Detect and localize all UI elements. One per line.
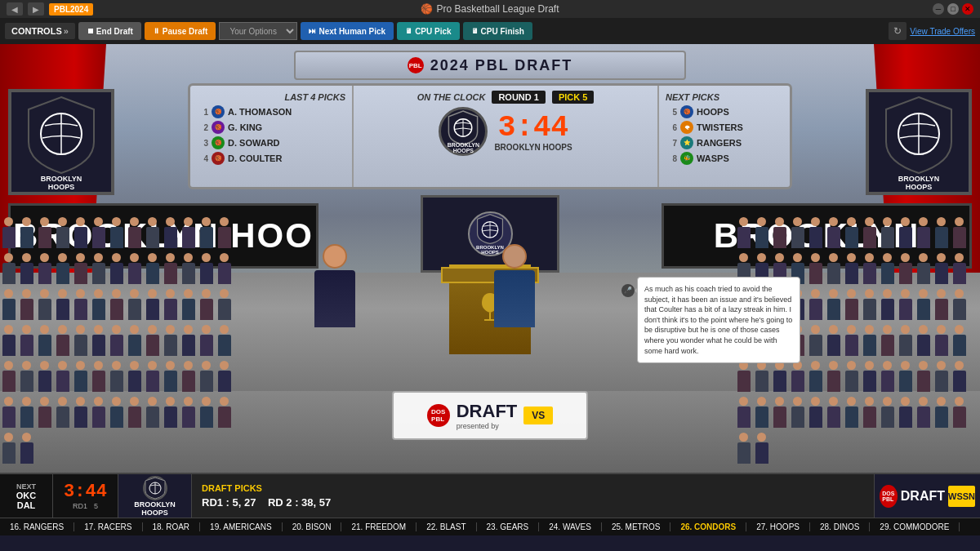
- last-picks-panel: LAST 4 PICKS 1 🏀 A. THOMASON 2 🏀 G. KING…: [190, 86, 354, 187]
- last-picks-title: LAST 4 PICKS: [197, 92, 345, 102]
- status-timer-panel: 3:44 RD1 5: [53, 474, 118, 518]
- ticker-item: 24. WAVES: [539, 522, 602, 531]
- title-bar: ◀ ▶ PBL2024 🏀 Pro Basketball League Draf…: [0, 0, 980, 18]
- close-button[interactable]: ✕: [962, 3, 973, 15]
- pick-badge: PICK 5: [552, 91, 594, 104]
- next-pick-row-8: 8 🐝 WASPS: [666, 152, 783, 165]
- status-timer: 3:44: [64, 482, 107, 502]
- controls-bar: CONTROLS » ⏹ End Draft ⏸ Pause Draft You…: [0, 18, 980, 44]
- back-button[interactable]: ◀: [7, 2, 23, 16]
- pause-draft-button[interactable]: ⏸ Pause Draft: [145, 22, 216, 40]
- tv-vs-logo: VS: [523, 407, 553, 424]
- next-pick-row-5: 5 🏀 HOOPS: [666, 105, 783, 118]
- clock-display: 3:44 BROOKLYN HOOPS: [494, 113, 572, 152]
- draft-picks-title: DRAFT PICKS: [202, 483, 864, 493]
- forward-button[interactable]: ▶: [28, 2, 44, 16]
- ticker-bar: 16. RANGERS17. RACERS18. ROAR19. AMERICA…: [0, 518, 980, 535]
- ticker-item: 22. BLAST: [416, 522, 476, 531]
- cpu-pick-button[interactable]: 🖥 CPU Pick: [397, 22, 459, 40]
- tv-overlay: DOSPBL DRAFT presented by VS: [392, 391, 588, 440]
- on-the-clock-row: ON THE CLOCK ROUND 1 PICK 5: [417, 91, 595, 104]
- window-title: Pro Basketball League Draft: [436, 3, 559, 15]
- team-logo-center: BROOKLYN HOOPS: [439, 107, 488, 156]
- timer-display: 3:44: [498, 113, 568, 143]
- status-team-logo: [143, 476, 167, 500]
- titlebar-right: ─ □ ✕: [933, 3, 973, 15]
- next-pick-logo-8: 🐝: [680, 152, 693, 165]
- next-pick-row-7: 7 ⭐ RANGERS: [666, 136, 783, 149]
- next-picks-title: NEXT PICKS: [666, 92, 783, 102]
- status-bar: NEXT OKC DAL 3:44 RD1 5 BROOKLYNHOOPS DR…: [0, 473, 980, 518]
- logo-panel: DOSPBL DRAFT WSSN: [874, 474, 980, 518]
- pick-number: 5: [94, 502, 98, 510]
- pick-logo-1: 🏀: [212, 105, 225, 118]
- ticker-item: 18. ROAR: [143, 522, 201, 531]
- pick-logo-3: 🏀: [212, 136, 225, 149]
- next-panel: NEXT OKC DAL: [0, 474, 53, 518]
- pick-row-2: 2 🏀 G. KING: [197, 121, 345, 134]
- header-board: PBL 2024 PBL DRAFT: [294, 51, 686, 80]
- ticker-item: 26. CONDORS: [670, 522, 746, 531]
- options-select[interactable]: Your Options: [219, 22, 297, 40]
- logo-panel-badge: DOSPBL: [880, 485, 898, 508]
- audience-right: [735, 362, 980, 469]
- pick-row-3: 3 🏀 D. SOWARD: [197, 136, 345, 149]
- controls-label: CONTROLS »: [5, 23, 75, 39]
- pick-logo-2: 🏀: [212, 121, 225, 134]
- scoreboard: LAST 4 PICKS 1 🏀 A. THOMASON 2 🏀 G. KING…: [188, 83, 792, 189]
- refresh-button[interactable]: ↻: [889, 22, 906, 40]
- draft-picks-panel: DRAFT PICKS RD1 : 5, 27 RD 2 : 38, 57: [192, 474, 874, 518]
- draft-year-title: 2024 PBL DRAFT: [430, 57, 573, 74]
- comment-bubble: 🎤 As much as his coach tried to avoid th…: [637, 277, 800, 363]
- ticker-item: 17. RACERS: [74, 522, 142, 531]
- cpu-finish-button[interactable]: 🖥 CPU Finish: [463, 22, 532, 40]
- tv-network-logo: DOSPBL: [427, 404, 450, 427]
- on-the-clock-label: ON THE CLOCK: [417, 92, 486, 102]
- round-label: RD1: [73, 502, 87, 510]
- next-picks-panel: NEXT PICKS 5 🏀 HOOPS 6 🌪 TWISTERS 7 ⭐ RA…: [659, 86, 790, 187]
- tv-draft-text: DRAFT: [457, 401, 518, 422]
- minimize-button[interactable]: ─: [933, 3, 944, 15]
- left-team-logo: BROOKLYN HOOPS: [8, 89, 114, 195]
- ticker-item: 29. COMMODORE: [870, 522, 960, 531]
- presenter-right: [482, 244, 547, 342]
- comment-text: As much as his coach tried to avoid the …: [644, 285, 792, 355]
- main-stage: PBL 2024 PBL DRAFT BROOKLYN HOOPS BROOKL…: [0, 44, 980, 473]
- end-draft-button[interactable]: ⏹ End Draft: [78, 22, 141, 40]
- mic-icon: 🎤: [621, 284, 635, 297]
- next-team-1: OKC: [16, 491, 36, 500]
- audience-left: // Rendered via JS below: [0, 362, 245, 469]
- presenter-body-right: [494, 270, 535, 327]
- round-badge: ROUND 1: [492, 91, 546, 104]
- ticker-item: 20. BISON: [283, 522, 342, 531]
- draft-picks-info: RD1 : 5, 27 RD 2 : 38, 57: [202, 496, 864, 509]
- ticker-item: 23. GEARS: [477, 522, 540, 531]
- game-logo: PBL2024: [49, 3, 93, 16]
- next-label: NEXT: [16, 482, 36, 491]
- view-trade-button[interactable]: View Trade Offers: [910, 27, 975, 36]
- next-pick-logo-5: 🏀: [680, 105, 693, 118]
- right-team-logo: BROOKLYN HOOPS: [866, 89, 972, 195]
- ticker-item: 25. METROS: [602, 522, 670, 531]
- next-pick-logo-7: ⭐: [680, 136, 693, 149]
- clock-panel: ON THE CLOCK ROUND 1 PICK 5 BROOKLYN HOO…: [354, 86, 659, 187]
- team-name-under: BROOKLYN HOOPS: [494, 143, 572, 152]
- presenter-body-left: [314, 270, 355, 327]
- status-team-name: BROOKLYNHOOPS: [134, 500, 176, 517]
- presenter-head-right: [502, 244, 527, 269]
- presenter-head-left: [323, 244, 347, 269]
- maximize-button[interactable]: □: [947, 3, 959, 15]
- next-pick-row-6: 6 🌪 TWISTERS: [666, 121, 783, 134]
- tv-presented-by: presented by: [457, 422, 499, 430]
- pick-row-1: 1 🏀 A. THOMASON: [197, 105, 345, 118]
- wssn-logo: WSSN: [948, 486, 975, 507]
- ticker-item: 19. AMERICANS: [200, 522, 283, 531]
- next-human-pick-button[interactable]: ⏭ Next Human Pick: [301, 22, 394, 40]
- ticker-content: 16. RANGERS17. RACERS18. ROAR19. AMERICA…: [0, 522, 960, 531]
- titlebar-center: 🏀 Pro Basketball League Draft: [421, 3, 559, 15]
- pick-row-4: 4 🏀 D. COULTER: [197, 152, 345, 165]
- ticker-item: 28. DINOS: [810, 522, 870, 531]
- status-team-panel: BROOKLYNHOOPS: [118, 474, 192, 518]
- logo-panel-draft: DRAFT: [901, 489, 945, 504]
- titlebar-left: ◀ ▶ PBL2024: [7, 2, 93, 16]
